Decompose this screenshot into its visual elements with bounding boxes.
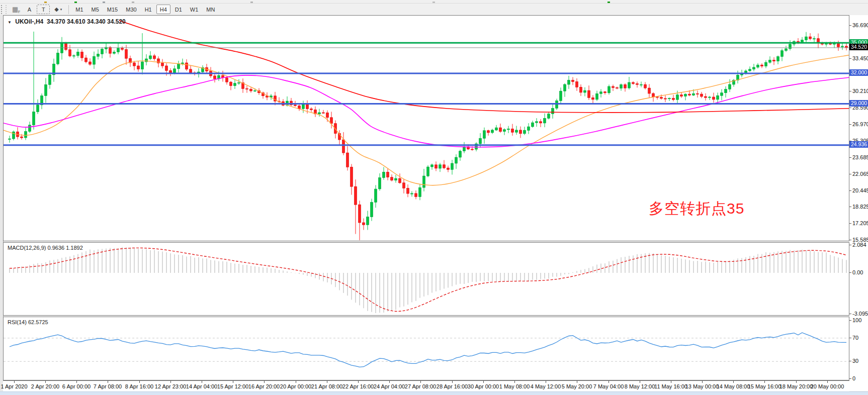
time-tick	[452, 381, 453, 383]
time-tick	[420, 381, 421, 383]
macd-histogram-layer	[10, 247, 846, 313]
time-label: 22 Apr 16:00	[342, 383, 374, 389]
price-tick-18.825: 18.825	[849, 204, 868, 210]
time-label: 15 Apr 12:00	[217, 383, 248, 389]
time-label: 15 May 16:00	[748, 383, 782, 389]
time-tick	[170, 381, 171, 383]
timeframe-button-h1[interactable]: H1	[141, 5, 155, 14]
time-label: 21 Apr 08:00	[311, 383, 342, 389]
time-label: 8 Apr 16:00	[125, 383, 153, 389]
macd-tick-0.00: 0.00	[849, 269, 868, 275]
time-tick	[733, 381, 734, 383]
timeframe-button-m15[interactable]: M15	[104, 5, 121, 14]
time-label: 7 Apr 08:00	[94, 383, 122, 389]
time-tick	[296, 381, 296, 383]
moving-averages-layer	[4, 21, 849, 185]
time-label: 7 May 04:00	[593, 383, 624, 389]
chart-grid-button[interactable]: ▦ F	[9, 5, 22, 14]
timeframe-button-m30[interactable]: M30	[122, 5, 140, 14]
price-axis[interactable]: 36.69033.45030.21028.59026.97025.30523.6…	[849, 15, 868, 391]
price-tick-30.210: 30.210	[849, 88, 868, 94]
timeframe-button-m5[interactable]: M5	[88, 5, 103, 14]
price-tick-20.445: 20.445	[849, 187, 868, 193]
price-tick-36.690: 36.690	[849, 22, 868, 28]
time-tick	[264, 381, 265, 383]
rsi-label: RSI(14) 62.5725	[8, 319, 48, 325]
toolbar-fragment	[132, 2, 134, 3]
time-tick	[233, 381, 233, 383]
toolbar-separator	[68, 5, 69, 14]
time-tick	[827, 381, 828, 383]
time-tick	[108, 381, 108, 383]
timeframe-button-m1[interactable]: M1	[72, 5, 86, 14]
price-badge-32.000: 32.000	[849, 69, 868, 76]
time-label: 8 May 12:00	[625, 383, 655, 389]
rsi-indicator-panel[interactable]: RSI(14) 62.5725	[3, 317, 849, 380]
text-tool-button[interactable]: T	[37, 5, 50, 14]
time-label: 27 Apr 08:00	[405, 383, 436, 389]
toolbar: ▦ F A T ◆ ▾ M1M5M15M30H1H4D1W1MN	[0, 4, 868, 16]
time-tick	[640, 381, 640, 383]
mt4-window: ▦ F A T ◆ ▾ M1M5M15M30H1H4D1W1MN ▼ UKOil…	[0, 0, 868, 395]
price-tick-33.450: 33.450	[849, 55, 868, 61]
time-label: 13 May 00:00	[685, 383, 719, 389]
timeframe-button-mn[interactable]: MN	[203, 5, 218, 14]
time-label: 18 May 20:00	[779, 383, 813, 389]
price-tick-17.205: 17.205	[849, 220, 868, 226]
time-label: 30 Apr 00:00	[468, 383, 499, 389]
time-tick	[358, 381, 359, 383]
rsi-tick-30: 30	[849, 358, 868, 364]
time-tick	[76, 381, 77, 383]
toolbar-fragment	[607, 2, 610, 3]
time-label: 1 May 08:00	[499, 383, 530, 389]
toolbar-fragment	[74, 2, 77, 3]
main-chart-panel[interactable]: ▼ UKOil-,H4 34.370 34.610 34.340 34.520 …	[3, 15, 849, 241]
price-badge-34.520: 34.520	[849, 44, 868, 50]
macd-indicator-panel[interactable]: MACD(12,26,9) 0.9636 1.1892	[3, 242, 849, 316]
chart-title-ohlc: 34.370 34.610 34.340 34.520	[47, 18, 126, 25]
time-tick	[389, 381, 390, 383]
time-tick	[327, 381, 327, 383]
time-label: 12 Apr 23:00	[155, 383, 186, 389]
styles-button[interactable]: ◆ ▾	[51, 5, 65, 14]
chevron-down-icon: ▾	[60, 8, 62, 12]
time-label: 6 Apr 00:00	[62, 383, 91, 389]
time-label: 20 May 00:00	[811, 383, 844, 389]
timeframe-button-h4[interactable]: H4	[156, 5, 170, 14]
timeframe-button-d1[interactable]: D1	[171, 5, 186, 14]
rsi-chart-canvas[interactable]	[4, 317, 849, 380]
time-tick	[483, 381, 484, 383]
toolbar-fragment	[103, 2, 105, 3]
time-tick	[702, 381, 703, 383]
macd-tick--3.0957: -3.0957	[849, 311, 868, 317]
chart-title-symbol: UKOil-,H4	[15, 18, 43, 25]
chart-title: ▼ UKOil-,H4 34.370 34.610 34.340 34.520	[8, 18, 126, 25]
time-tick	[796, 381, 797, 383]
price-tick-22.065: 22.065	[849, 171, 868, 177]
timeframe-button-w1[interactable]: W1	[187, 5, 202, 14]
price-tick-23.685: 23.685	[849, 154, 868, 160]
rsi-line	[10, 333, 846, 367]
price-badge-29.000: 29.000	[849, 100, 868, 107]
top-toolbar-fragment-row	[0, 0, 868, 4]
time-tick	[609, 381, 609, 383]
timeframe-strip: M1M5M15M30H1H4D1W1MN	[71, 5, 219, 15]
time-label: 28 Apr 16:00	[437, 383, 468, 389]
time-label: 20 Apr 00:00	[280, 383, 311, 389]
rsi-tick-0: 0	[849, 375, 868, 381]
grid-icon: ▦	[12, 6, 18, 13]
ma_red-line	[119, 21, 849, 113]
time-tick	[202, 381, 202, 383]
time-tick	[764, 381, 765, 383]
symbol-dropdown-icon[interactable]: ▼	[8, 20, 12, 25]
macd-chart-canvas[interactable]	[4, 243, 849, 315]
styles-icon: ◆	[54, 7, 58, 12]
chart-annotation-text: 多空转折点35	[649, 199, 744, 219]
toolbar-grip[interactable]	[1, 5, 7, 14]
time-label: 4 May 12:00	[531, 383, 561, 389]
time-tick	[546, 381, 546, 383]
time-axis[interactable]: 1 Apr 20202 Apr 20:006 Apr 00:007 Apr 08…	[3, 380, 849, 391]
arrow-tool-button[interactable]: A	[23, 5, 36, 14]
time-tick	[45, 381, 46, 383]
time-label: 5 May 20:00	[562, 383, 592, 389]
